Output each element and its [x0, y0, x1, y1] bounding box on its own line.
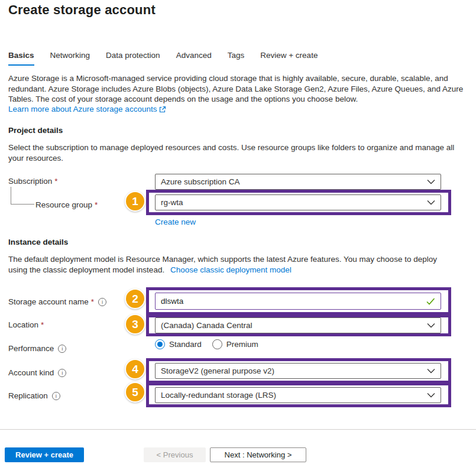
storage-account-name-label: Storage account name * i — [8, 297, 106, 306]
chevron-down-icon — [427, 179, 435, 184]
account-kind-label: Account kind i — [8, 368, 66, 377]
account-kind-dropdown-value: StorageV2 (general purpose v2) — [161, 366, 274, 375]
tab-tags[interactable]: Tags — [228, 51, 245, 66]
info-icon[interactable]: i — [98, 298, 106, 306]
replication-label: Replication i — [8, 391, 60, 400]
radio-selected-icon — [155, 339, 165, 349]
previous-button[interactable]: < Previous — [144, 447, 206, 462]
step-badge-3: 3 — [125, 314, 145, 335]
footer-divider — [0, 429, 476, 430]
create-storage-account-page: Create storage account Basics Networking… — [0, 0, 476, 464]
review-create-button[interactable]: Review + create — [5, 447, 84, 462]
resource-group-dropdown-value: rg-wta — [161, 198, 183, 207]
storage-account-name-value: dlswta — [161, 297, 183, 306]
tab-data-protection[interactable]: Data protection — [106, 51, 160, 66]
next-networking-button[interactable]: Next : Networking > — [210, 447, 306, 462]
location-dropdown[interactable]: (Canada) Canada Central — [155, 317, 441, 333]
resource-group-label: Resource group * — [35, 200, 98, 209]
performance-label-text: Performance — [8, 344, 54, 353]
page-title: Create storage account — [8, 2, 156, 18]
project-details-description: Select the subscription to manage deploy… — [8, 142, 455, 163]
location-dropdown-value: (Canada) Canada Central — [161, 321, 252, 330]
tab-review-create[interactable]: Review + create — [260, 51, 318, 66]
required-marker: * — [41, 320, 44, 329]
wizard-tabbar: Basics Networking Data protection Advanc… — [8, 51, 318, 66]
subscription-dropdown-value: Azure subscription CA — [161, 177, 240, 186]
learn-more-link[interactable]: Learn more about Azure storage accounts — [8, 105, 166, 113]
required-marker: * — [95, 200, 98, 209]
tab-networking[interactable]: Networking — [50, 51, 90, 66]
location-label: Location * — [8, 320, 44, 329]
tab-advanced[interactable]: Advanced — [176, 51, 212, 66]
instance-details-description: The default deployment model is Resource… — [8, 254, 456, 275]
tab-basics[interactable]: Basics — [8, 51, 34, 66]
performance-label: Performance i — [8, 344, 66, 353]
info-icon[interactable]: i — [58, 369, 66, 377]
external-link-icon — [159, 106, 166, 113]
step-badge-2: 2 — [125, 288, 145, 309]
step-badge-1: 1 — [125, 191, 145, 212]
resource-group-label-text: Resource group — [35, 200, 92, 209]
replication-dropdown[interactable]: Locally-redundant storage (LRS) — [155, 387, 441, 403]
storage-account-name-input[interactable]: dlswta — [155, 293, 441, 310]
learn-more-link-text[interactable]: Learn more about Azure storage accounts — [8, 105, 157, 113]
performance-radio-group: Standard Premium — [155, 339, 258, 349]
chevron-down-icon — [427, 200, 435, 205]
chevron-down-icon — [427, 392, 435, 398]
project-details-heading: Project details — [8, 126, 63, 135]
choose-classic-deployment-link[interactable]: Choose classic deployment model — [170, 265, 292, 274]
radio-unselected-icon — [212, 339, 222, 349]
chevron-down-icon — [427, 323, 435, 328]
info-icon[interactable]: i — [52, 392, 60, 400]
subscription-label: Subscription * — [8, 177, 58, 186]
subscription-label-text: Subscription — [8, 177, 52, 186]
radio-premium-label: Premium — [226, 340, 258, 349]
step-badge-5: 5 — [125, 382, 145, 403]
radio-standard[interactable]: Standard — [155, 339, 202, 349]
intro-text: Azure Storage is a Microsoft-managed ser… — [8, 73, 467, 105]
required-marker: * — [91, 297, 94, 306]
info-icon[interactable]: i — [58, 345, 66, 353]
chevron-down-icon — [427, 368, 435, 374]
resource-group-dropdown[interactable]: rg-wta — [155, 194, 441, 210]
instance-details-heading: Instance details — [8, 238, 68, 246]
replication-label-text: Replication — [8, 391, 48, 400]
create-new-link[interactable]: Create new — [155, 218, 196, 226]
account-kind-dropdown[interactable]: StorageV2 (general purpose v2) — [155, 363, 441, 379]
storage-account-name-label-text: Storage account name — [8, 297, 89, 306]
checkmark-icon — [426, 298, 435, 305]
subscription-dropdown[interactable]: Azure subscription CA — [155, 174, 441, 190]
location-label-text: Location — [8, 320, 38, 329]
radio-standard-label: Standard — [169, 340, 202, 349]
required-marker: * — [54, 177, 57, 186]
resource-group-connector — [11, 187, 34, 205]
radio-premium[interactable]: Premium — [212, 339, 258, 349]
step-badge-4: 4 — [125, 359, 145, 379]
replication-dropdown-value: Locally-redundant storage (LRS) — [161, 391, 276, 400]
account-kind-label-text: Account kind — [8, 368, 54, 377]
